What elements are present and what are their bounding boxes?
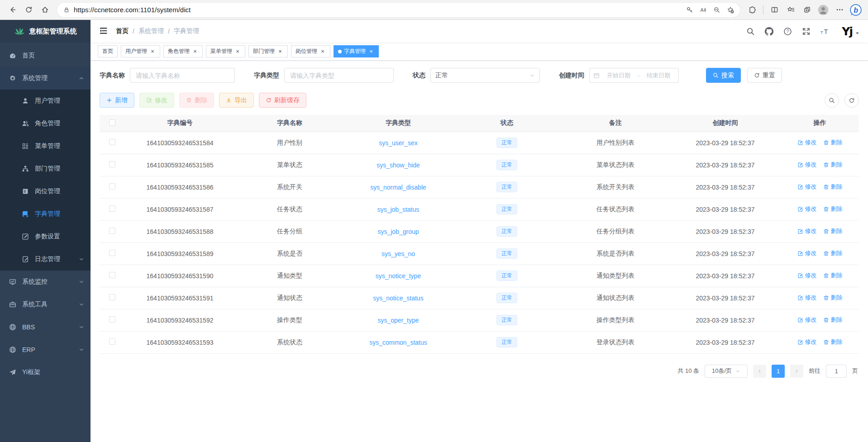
close-icon[interactable]: × bbox=[234, 48, 241, 55]
sidebar-item-日志管理[interactable]: 日志管理 bbox=[0, 248, 91, 271]
export-button[interactable]: 导出 bbox=[219, 93, 254, 108]
delete-row-button[interactable]: 删除 bbox=[823, 205, 843, 213]
sidebar-item-岗位管理[interactable]: 岗位管理 bbox=[0, 180, 91, 203]
dict-type-link[interactable]: sys_notice_status bbox=[373, 295, 423, 302]
delete-row-button[interactable]: 删除 bbox=[823, 183, 843, 191]
tab-菜单管理[interactable]: 菜单管理× bbox=[206, 45, 245, 57]
delete-row-button[interactable]: 删除 bbox=[823, 161, 843, 169]
dict-type-link[interactable]: sys_show_hide bbox=[377, 162, 420, 169]
extensions-icon[interactable] bbox=[744, 2, 760, 18]
font-size-icon[interactable]: TT bbox=[820, 27, 829, 36]
row-checkbox[interactable] bbox=[109, 183, 115, 190]
sidebar-item-BBS[interactable]: BBS bbox=[0, 316, 91, 338]
password-key-icon[interactable] bbox=[683, 4, 696, 16]
edit-row-button[interactable]: 修改 bbox=[797, 227, 817, 235]
tab-首页[interactable]: 首页 bbox=[98, 45, 118, 57]
sidebar-item-系统工具[interactable]: 系统工具 bbox=[0, 293, 91, 316]
dict-type-input[interactable] bbox=[284, 68, 394, 83]
tab-用户管理[interactable]: 用户管理× bbox=[121, 45, 160, 57]
breadcrumb-system[interactable]: 系统管理 bbox=[138, 27, 164, 35]
edit-row-button[interactable]: 修改 bbox=[797, 338, 817, 346]
dict-type-link[interactable]: sys_job_group bbox=[377, 228, 419, 235]
tab-部门管理[interactable]: 部门管理× bbox=[248, 45, 288, 57]
address-bar[interactable]: https://ccnetcore.com:1101/system/dict A bbox=[57, 3, 740, 17]
bing-chat-icon[interactable]: b bbox=[848, 2, 863, 18]
dict-type-link[interactable]: sys_yes_no bbox=[382, 250, 415, 257]
zoom-out-icon[interactable] bbox=[710, 4, 724, 16]
row-checkbox[interactable] bbox=[109, 294, 115, 300]
breadcrumb-home[interactable]: 首页 bbox=[116, 27, 129, 35]
add-favorite-star-icon[interactable] bbox=[724, 4, 737, 16]
edit-button[interactable]: 修改 bbox=[139, 93, 174, 108]
reset-button[interactable]: 重置 bbox=[747, 68, 782, 83]
sidebar-item-字典管理[interactable]: 字典管理 bbox=[0, 203, 91, 225]
tab-字典管理[interactable]: 字典管理× bbox=[334, 45, 379, 57]
close-icon[interactable]: × bbox=[149, 48, 156, 55]
delete-row-button[interactable]: 删除 bbox=[823, 227, 843, 235]
delete-row-button[interactable]: 删除 bbox=[823, 249, 843, 257]
tab-角色管理[interactable]: 角色管理× bbox=[163, 45, 203, 57]
sidebar-item-首页[interactable]: 首页 bbox=[0, 44, 91, 67]
row-checkbox[interactable] bbox=[109, 161, 115, 167]
sidebar-item-Yi框架[interactable]: Yi框架 bbox=[0, 361, 91, 384]
row-checkbox[interactable] bbox=[109, 250, 115, 256]
refresh-table-button[interactable] bbox=[844, 93, 859, 108]
edit-row-button[interactable]: 修改 bbox=[797, 138, 817, 147]
add-button[interactable]: 新增 bbox=[100, 93, 134, 108]
date-range-picker[interactable]: 开始日期 - 结束日期 bbox=[589, 68, 679, 83]
dict-type-link[interactable]: sys_notice_type bbox=[376, 272, 421, 280]
edit-row-button[interactable]: 修改 bbox=[797, 271, 817, 280]
url-text[interactable]: https://ccnetcore.com:1101/system/dict bbox=[74, 6, 683, 14]
edit-row-button[interactable]: 修改 bbox=[797, 316, 817, 324]
toggle-search-button[interactable] bbox=[825, 93, 839, 108]
dict-type-link[interactable]: sys_oper_type bbox=[377, 317, 419, 324]
close-icon[interactable]: × bbox=[277, 48, 283, 55]
close-icon[interactable]: × bbox=[192, 48, 198, 55]
edit-row-button[interactable]: 修改 bbox=[797, 294, 817, 302]
row-checkbox[interactable] bbox=[109, 228, 115, 234]
delete-row-button[interactable]: 删除 bbox=[823, 271, 843, 280]
dict-type-link[interactable]: sys_user_sex bbox=[379, 139, 418, 147]
delete-button[interactable]: 删除 bbox=[179, 93, 214, 108]
sidebar-fold-icon[interactable] bbox=[99, 26, 109, 36]
dict-type-link[interactable]: sys_common_status bbox=[369, 339, 427, 346]
edit-row-button[interactable]: 修改 bbox=[797, 205, 817, 213]
next-page-button[interactable] bbox=[790, 365, 803, 378]
prev-page-button[interactable] bbox=[753, 365, 766, 378]
sidebar-item-ERP[interactable]: ERP bbox=[0, 338, 91, 361]
edit-row-button[interactable]: 修改 bbox=[797, 183, 817, 191]
sidebar-item-菜单管理[interactable]: 菜单管理 bbox=[0, 135, 91, 157]
edit-row-button[interactable]: 修改 bbox=[797, 161, 817, 169]
sidebar-item-系统监控[interactable]: 系统监控 bbox=[0, 271, 91, 293]
close-icon[interactable]: × bbox=[368, 48, 374, 55]
refresh-cache-button[interactable]: 刷新缓存 bbox=[259, 93, 306, 108]
dict-type-link[interactable]: sys_job_status bbox=[377, 206, 420, 213]
status-select[interactable]: 正常 bbox=[430, 68, 540, 83]
delete-row-button[interactable]: 删除 bbox=[823, 138, 843, 147]
split-screen-icon[interactable] bbox=[767, 2, 782, 18]
row-checkbox[interactable] bbox=[109, 205, 115, 212]
search-button[interactable]: 搜索 bbox=[706, 68, 741, 83]
row-checkbox[interactable] bbox=[109, 139, 115, 145]
help-icon[interactable]: ? bbox=[783, 27, 792, 36]
sidebar-item-部门管理[interactable]: 部门管理 bbox=[0, 157, 91, 180]
favorites-bar-icon[interactable] bbox=[783, 2, 798, 18]
row-checkbox[interactable] bbox=[109, 338, 115, 345]
delete-row-button[interactable]: 删除 bbox=[823, 316, 843, 324]
delete-row-button[interactable]: 删除 bbox=[823, 338, 843, 346]
browser-reload-icon[interactable] bbox=[21, 2, 36, 18]
row-checkbox[interactable] bbox=[109, 272, 115, 278]
edit-row-button[interactable]: 修改 bbox=[797, 249, 817, 257]
header-search-icon[interactable] bbox=[746, 27, 755, 36]
user-avatar-menu[interactable]: Yj bbox=[842, 26, 860, 37]
delete-row-button[interactable]: 删除 bbox=[823, 294, 843, 302]
page-size-select[interactable]: 10条/页 bbox=[705, 365, 748, 378]
sidebar-item-角色管理[interactable]: 角色管理 bbox=[0, 112, 91, 135]
browser-home-icon[interactable] bbox=[37, 2, 52, 18]
goto-page-input[interactable] bbox=[826, 365, 847, 378]
read-aloud-icon[interactable]: A bbox=[696, 4, 710, 16]
browser-profile-avatar[interactable] bbox=[816, 2, 831, 18]
page-1-button[interactable]: 1 bbox=[772, 365, 785, 378]
dict-name-input[interactable] bbox=[130, 68, 235, 83]
sidebar-item-用户管理[interactable]: 用户管理 bbox=[0, 90, 91, 112]
